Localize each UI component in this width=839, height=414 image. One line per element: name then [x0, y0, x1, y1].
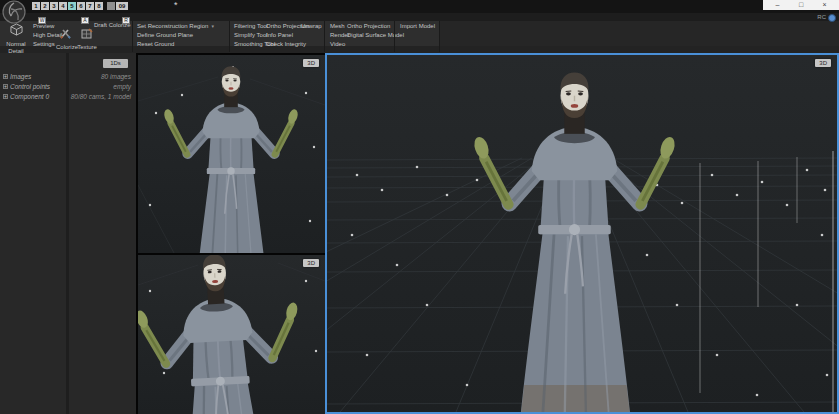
maximize-button[interactable]: □	[792, 0, 810, 10]
texture-icon	[81, 28, 93, 39]
tree-item-component-0[interactable]: +Component 0	[3, 93, 49, 101]
tree-item-component-0-label: Component 0	[10, 93, 49, 100]
keytip-alignment: A	[81, 17, 89, 24]
scanned-figure	[163, 66, 300, 253]
close-button[interactable]: ×	[816, 0, 834, 10]
group-separator	[229, 21, 230, 52]
layout-button-2[interactable]: 2	[41, 2, 49, 10]
scanned-figure	[138, 255, 312, 414]
scene-tree-panel[interactable]: 1Ds +Images 80 images +Control points em…	[0, 53, 136, 414]
set-reconstruction-region-button[interactable]: Set Reconstruction Region▾	[137, 22, 214, 30]
panel-splitter[interactable]	[66, 53, 69, 414]
texture-label: Texture	[77, 44, 97, 51]
minimize-button[interactable]: –	[769, 0, 787, 10]
tree-item-images-label: Images	[10, 73, 31, 80]
simplify-tool-button[interactable]: Simplify Tool	[234, 31, 268, 39]
viewport-type-selector[interactable]: 3D	[303, 259, 319, 267]
export-mesh-button[interactable]: Mesh	[330, 22, 345, 30]
unsaved-project-indicator: *	[174, 0, 178, 10]
export-video-button[interactable]: Video	[330, 40, 345, 48]
tab-1ds[interactable]: 1Ds	[103, 59, 128, 68]
info-panel-button[interactable]: Info Panel	[266, 31, 293, 39]
import-model-button[interactable]: Import Model	[400, 22, 435, 30]
rc-badge: RC	[817, 14, 826, 20]
layout-button-9[interactable]	[107, 2, 115, 10]
chevron-down-icon: ▾	[211, 23, 214, 29]
keytip-reconstruction: R	[122, 17, 130, 24]
layout-button-6[interactable]: 6	[77, 2, 85, 10]
tree-item-control-points[interactable]: +Control points	[3, 83, 50, 91]
normal-detail-label: Normal Detail	[2, 41, 30, 54]
group-separator	[132, 21, 133, 52]
group-separator	[439, 21, 440, 52]
layout-button-7[interactable]: 7	[86, 2, 94, 10]
keytip-workflow: W	[38, 17, 46, 24]
filtering-tool-button[interactable]: Filtering Tool	[234, 22, 268, 30]
layout-button-4[interactable]: 4	[59, 2, 67, 10]
layout-button-8[interactable]: 8	[95, 2, 103, 10]
realitycapture-window: 1 2 3 4 5 6 7 8 09 * – □ × RC WORKFLOW A…	[0, 0, 839, 414]
settings-button[interactable]: Settings	[33, 40, 55, 48]
layout-button-5[interactable]: 5	[68, 2, 76, 10]
realitycapture-logo[interactable]	[2, 0, 26, 24]
viewport-type-selector[interactable]: 3D	[303, 59, 319, 67]
expand-icon[interactable]: +	[3, 74, 8, 79]
colorize-icon	[60, 28, 72, 39]
export-digital-surface-model-button[interactable]: Digital Surface Model	[347, 31, 404, 39]
tree-item-control-points-label: Control points	[10, 83, 50, 90]
normal-detail-button[interactable]: Normal Detail	[2, 22, 30, 45]
export-ortho-projection-button[interactable]: Ortho Projection	[347, 22, 390, 30]
set-reconstruction-region-label: Set Reconstruction Region	[137, 23, 208, 29]
tree-item-images[interactable]: +Images	[3, 73, 31, 81]
unwrap-button[interactable]: Unwrap	[301, 22, 322, 30]
viewport-3d-top[interactable]: 3D	[138, 55, 325, 253]
account-icon[interactable]	[828, 14, 836, 22]
grid-lines	[138, 263, 325, 285]
reset-ground-button[interactable]: Reset Ground	[137, 40, 174, 48]
window-controls: – □ ×	[763, 0, 839, 10]
layout-button-09[interactable]: 09	[116, 2, 128, 10]
viewport-3d-bottom[interactable]: 3D	[138, 255, 325, 414]
group-separator	[324, 21, 325, 52]
colorize-label: Colorize	[56, 44, 76, 51]
tree-item-images-value: 80 images	[101, 73, 131, 81]
cube-icon	[10, 23, 23, 36]
colorize-button[interactable]: Colorize	[56, 25, 76, 51]
define-ground-plane-button[interactable]: Define Ground Plane	[137, 31, 193, 39]
group-separator	[394, 21, 395, 52]
check-integrity-button[interactable]: Check Integrity	[266, 40, 306, 48]
expand-icon[interactable]: +	[3, 84, 8, 89]
expand-icon[interactable]: +	[3, 94, 8, 99]
tree-item-component-0-value: 80/80 cams, 1 model	[71, 93, 131, 101]
layout-button-1[interactable]: 1	[32, 2, 40, 10]
tree-item-control-points-value: empty	[113, 83, 131, 91]
viewport-type-selector[interactable]: 3D	[815, 59, 831, 67]
viewport-3d-main-selected[interactable]: 3D	[325, 53, 839, 414]
vertical-scan-lines	[700, 151, 833, 412]
ribbon-group-label-strip	[0, 46, 839, 53]
layout-button-3[interactable]: 3	[50, 2, 58, 10]
